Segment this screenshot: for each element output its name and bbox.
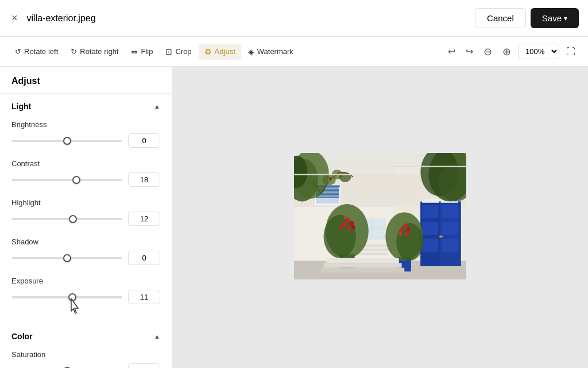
brightness-row: Brightness <box>0 117 172 156</box>
svg-point-45 <box>342 222 346 227</box>
svg-rect-78 <box>294 273 466 279</box>
zoom-in-button[interactable]: ⊕ <box>499 43 514 60</box>
rotate-left-label: Rotate left <box>24 47 58 56</box>
svg-point-49 <box>351 225 355 229</box>
image-container <box>294 153 466 282</box>
header-actions: Cancel Save ▾ <box>475 8 579 28</box>
close-button[interactable]: × <box>9 10 20 26</box>
svg-point-59 <box>399 232 402 236</box>
shadow-row: Shadow <box>0 234 172 273</box>
zoom-out-button[interactable]: ⊖ <box>480 43 496 60</box>
flip-label: Flip <box>141 47 153 56</box>
svg-rect-74 <box>393 166 466 167</box>
header: × villa-exterior.jpeg Cancel Save ▾ <box>0 0 588 37</box>
exposure-slider[interactable] <box>11 296 122 298</box>
contrast-row: Contrast <box>0 156 172 195</box>
color-section-label: Color <box>11 332 33 341</box>
rotate-left-icon: ↺ <box>15 47 21 56</box>
saturation-input[interactable] <box>128 363 160 368</box>
watermark-icon: ◈ <box>248 47 254 56</box>
color-section-header[interactable]: Color ▲ <box>0 324 172 347</box>
svg-rect-36 <box>442 239 458 252</box>
light-section-label: Light <box>11 102 31 111</box>
brightness-label: Brightness <box>11 120 160 129</box>
saturation-row: Saturation <box>0 347 172 368</box>
main-area: Adjust Light ▲ Brightness Contrast <box>0 67 588 368</box>
svg-rect-77 <box>321 268 404 273</box>
saturation-label: Saturation <box>11 350 160 359</box>
highlight-row: Highlight <box>0 195 172 234</box>
save-chevron-icon: ▾ <box>564 14 567 22</box>
shadow-input[interactable] <box>128 251 160 265</box>
svg-point-50 <box>343 216 347 220</box>
rotate-right-icon: ↻ <box>71 47 77 56</box>
toolbar-right: ↩ ↪ ⊖ ⊕ 25% 50% 75% 100% 125% 150% 200% … <box>444 43 579 60</box>
svg-point-48 <box>339 225 343 229</box>
adjust-icon: ⚙ <box>204 47 212 56</box>
brightness-controls <box>11 133 160 148</box>
flip-button[interactable]: ⇔ Flip <box>125 44 158 60</box>
highlight-controls <box>11 212 160 226</box>
svg-point-47 <box>350 221 354 225</box>
crop-button[interactable]: ⊡ Crop <box>160 44 197 60</box>
svg-rect-32 <box>442 205 458 218</box>
svg-rect-25 <box>373 220 385 227</box>
light-chevron-icon: ▲ <box>154 103 160 110</box>
fullscreen-button[interactable]: ⛶ <box>563 44 579 59</box>
undo-button[interactable]: ↩ <box>444 44 459 59</box>
contrast-controls <box>11 172 160 187</box>
redo-button[interactable]: ↪ <box>462 44 477 59</box>
rotate-right-button[interactable]: ↻ Rotate right <box>65 44 124 59</box>
svg-point-72 <box>337 172 339 174</box>
file-title: villa-exterior.jpeg <box>27 13 469 24</box>
highlight-slider[interactable] <box>11 218 122 220</box>
contrast-label: Contrast <box>11 159 160 168</box>
svg-rect-19 <box>316 197 339 197</box>
contrast-slider[interactable] <box>11 179 122 181</box>
svg-rect-35 <box>422 239 438 252</box>
watermark-button[interactable]: ◈ Watermark <box>242 44 299 60</box>
svg-rect-39 <box>422 199 439 203</box>
contrast-input[interactable] <box>128 172 160 187</box>
toolbar-tools: ↺ Rotate left ↻ Rotate right ⇔ Flip ⊡ Cr… <box>9 44 442 60</box>
villa-image <box>294 153 466 279</box>
svg-rect-31 <box>422 205 438 218</box>
svg-point-58 <box>407 228 410 232</box>
svg-point-57 <box>404 224 408 228</box>
zoom-select[interactable]: 25% 50% 75% 100% 125% 150% 200% <box>518 44 559 59</box>
flip-icon: ⇔ <box>131 47 138 56</box>
highlight-label: Highlight <box>11 198 160 207</box>
svg-point-70 <box>339 172 351 182</box>
brightness-slider[interactable] <box>11 140 122 142</box>
save-label: Save <box>542 13 562 23</box>
crop-icon: ⊡ <box>165 47 172 56</box>
svg-rect-73 <box>294 174 396 175</box>
shadow-label: Shadow <box>11 237 160 246</box>
svg-point-60 <box>405 232 409 236</box>
cancel-button[interactable]: Cancel <box>475 8 526 28</box>
crop-label: Crop <box>175 47 191 56</box>
svg-point-51 <box>347 227 351 231</box>
svg-rect-75 <box>326 258 399 263</box>
exposure-row: Exposure <box>0 273 172 324</box>
cursor-icon <box>69 298 80 315</box>
svg-rect-33 <box>422 221 438 235</box>
rotate-right-label: Rotate right <box>80 47 118 56</box>
exposure-label: Exposure <box>11 277 160 285</box>
canvas-area <box>172 67 588 368</box>
save-button[interactable]: Save ▾ <box>531 8 579 28</box>
watermark-label: Watermark <box>257 47 293 56</box>
adjust-label: Adjust <box>215 47 235 56</box>
adjust-button[interactable]: ⚙ Adjust <box>199 44 241 60</box>
svg-rect-27 <box>373 229 385 237</box>
svg-rect-18 <box>316 195 339 196</box>
shadow-controls <box>11 251 160 265</box>
brightness-input[interactable] <box>128 133 160 148</box>
rotate-left-button[interactable]: ↺ Rotate left <box>9 44 64 59</box>
highlight-input[interactable] <box>128 212 160 226</box>
shadow-slider[interactable] <box>11 257 122 259</box>
saturation-controls <box>11 363 160 368</box>
svg-rect-76 <box>324 263 402 267</box>
light-section-header[interactable]: Light ▲ <box>0 94 172 117</box>
svg-point-38 <box>440 235 443 237</box>
